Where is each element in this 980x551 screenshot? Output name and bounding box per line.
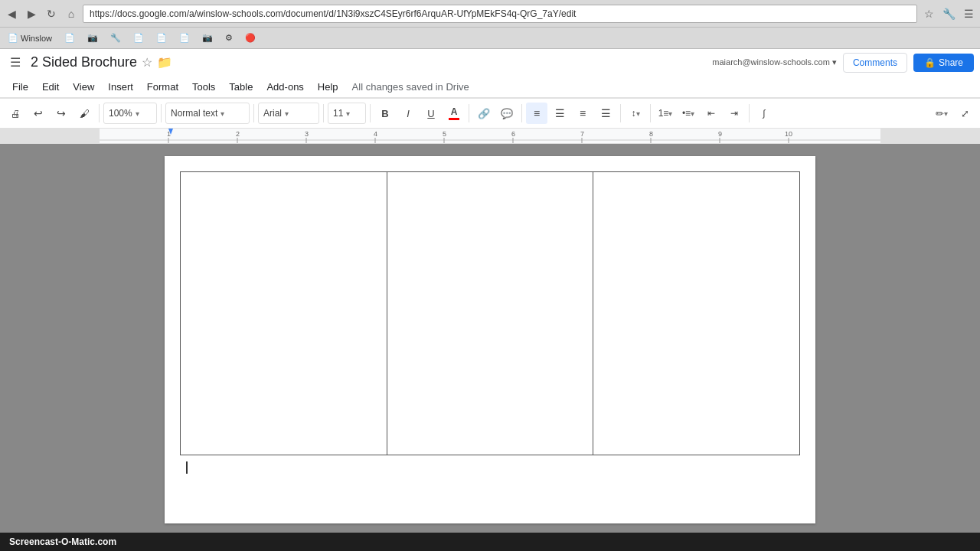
document-page[interactable] — [165, 156, 815, 523]
share-label: Share — [939, 57, 963, 68]
align-left-button[interactable]: ≡ — [526, 103, 547, 124]
increase-indent-button[interactable]: ⇥ — [724, 103, 745, 124]
align-justify-button[interactable]: ☰ — [595, 103, 616, 124]
svg-text:7: 7 — [580, 130, 584, 138]
zoom-dropdown[interactable]: 100% ▾ — [103, 103, 157, 124]
formula-button[interactable]: ∫ — [753, 103, 775, 124]
back-button[interactable]: ◀ — [3, 5, 20, 22]
browser-actions: ☆ 🔧 ☰ — [920, 5, 977, 22]
menu-insert[interactable]: Insert — [102, 79, 139, 95]
align-center-button[interactable]: ☰ — [549, 103, 570, 124]
line-spacing-chevron: ▾ — [636, 109, 640, 118]
bold-icon: B — [381, 108, 388, 119]
text-style-dropdown[interactable]: Normal text ▾ — [165, 103, 250, 124]
comments-button[interactable]: Comments — [843, 53, 907, 73]
table-cell-3[interactable] — [593, 172, 800, 455]
undo-icon: ↩ — [34, 107, 43, 119]
menu-view[interactable]: View — [67, 79, 100, 95]
table-cell-2[interactable] — [387, 172, 593, 455]
italic-icon: I — [407, 108, 410, 119]
paint-format-button[interactable]: 🖌 — [74, 103, 95, 124]
bold-button[interactable]: B — [374, 103, 396, 124]
menu-help[interactable]: Help — [312, 79, 345, 95]
numbered-list-icon: 1≡ — [658, 108, 669, 119]
align-right-button[interactable]: ≡ — [572, 103, 593, 124]
ruler: 1 2 3 4 5 6 7 8 9 10 — [0, 129, 980, 144]
edit-mode-button[interactable]: ✏ ▾ — [931, 103, 952, 124]
font-chevron: ▾ — [285, 109, 289, 118]
user-email[interactable]: maiarch@winslow-schools.com ▾ — [712, 57, 837, 67]
left-sidebar — [0, 144, 100, 533]
menu-addons[interactable]: Add-ons — [260, 79, 309, 95]
font-size-value: 11 — [333, 108, 343, 119]
undo-button[interactable]: ↩ — [28, 103, 49, 124]
edit-mode-chevron: ▾ — [944, 109, 948, 118]
numbered-list-button[interactable]: 1≡ ▾ — [655, 103, 676, 124]
comment-icon: 💬 — [501, 108, 513, 119]
bookmark-item-7[interactable]: 📄 — [175, 31, 194, 46]
home-button[interactable]: ⌂ — [63, 5, 80, 22]
bookmark-item-2[interactable]: 📄 — [60, 31, 80, 46]
italic-button[interactable]: I — [397, 103, 419, 124]
redo-button[interactable]: ↪ — [51, 103, 72, 124]
menu-edit[interactable]: Edit — [36, 79, 65, 95]
page-area[interactable] — [100, 144, 880, 533]
svg-text:9: 9 — [718, 130, 722, 138]
svg-text:10: 10 — [785, 130, 792, 138]
text-cursor — [186, 461, 188, 474]
doc-title: 2 Sided Brochure — [31, 54, 137, 70]
bookmark-item-3[interactable]: 📷 — [83, 31, 103, 46]
bookmark-item-9[interactable]: ⚙ — [220, 31, 237, 46]
bookmark-item-6[interactable]: 📄 — [152, 31, 172, 46]
svg-text:3: 3 — [305, 130, 309, 138]
bookmark-item-10[interactable]: 🔴 — [240, 31, 260, 46]
menu-table[interactable]: Table — [223, 79, 259, 95]
bottom-bar: Screencast-O-Matic.com — [0, 533, 980, 551]
font-dropdown[interactable]: Arial ▾ — [258, 103, 319, 124]
bookmark-item-1[interactable]: 📄Winslow — [3, 31, 57, 46]
separator-5 — [370, 104, 371, 122]
font-size-dropdown[interactable]: 11 ▾ — [328, 103, 366, 124]
decrease-indent-icon: ⇤ — [707, 108, 715, 119]
decrease-indent-button[interactable]: ⇤ — [701, 103, 722, 124]
svg-text:4: 4 — [374, 130, 377, 138]
comment-button[interactable]: 💬 — [496, 103, 518, 124]
sidebar-toggle-button[interactable]: ☰ — [6, 54, 24, 72]
link-button[interactable]: 🔗 — [473, 103, 495, 124]
bookmark-item-4[interactable]: 🔧 — [106, 31, 126, 46]
align-justify-icon: ☰ — [601, 107, 611, 119]
star-icon[interactable]: ☆ — [142, 55, 152, 70]
bookmark-star-button[interactable]: ☆ — [920, 5, 937, 22]
forward-button[interactable]: ▶ — [23, 5, 40, 22]
zoom-value: 100% — [109, 108, 132, 119]
document-table[interactable] — [180, 171, 800, 455]
browser-frame: ◀ ▶ ↻ ⌂ https://docs.google.com/a/winslo… — [0, 0, 980, 551]
menu-file[interactable]: File — [6, 79, 34, 95]
extensions-button[interactable]: 🔧 — [940, 5, 957, 22]
bookmark-item-8[interactable]: 📷 — [198, 31, 217, 46]
bulleted-list-button[interactable]: •≡ ▾ — [678, 103, 699, 124]
text-color-button[interactable]: A — [443, 103, 465, 124]
menu-format[interactable]: Format — [141, 79, 185, 95]
underline-button[interactable]: U — [420, 103, 442, 124]
line-spacing-button[interactable]: ↕ ▾ — [625, 103, 646, 124]
bookmark-item-5[interactable]: 📄 — [129, 31, 149, 46]
menu-tools[interactable]: Tools — [186, 79, 221, 95]
chrome-menu-button[interactable]: ☰ — [960, 5, 977, 22]
folder-icon[interactable]: 📁 — [157, 55, 172, 70]
url-text: https://docs.google.com/a/winslow-school… — [90, 8, 576, 19]
address-bar[interactable]: https://docs.google.com/a/winslow-school… — [83, 5, 917, 23]
bookmarks-bar: 📄Winslow 📄 📷 🔧 📄 📄 📄 📷 ⚙ 🔴 — [0, 28, 980, 49]
expand-button[interactable]: ⤢ — [954, 103, 975, 124]
print-button[interactable]: 🖨 — [5, 103, 26, 124]
bulleted-list-icon: •≡ — [682, 108, 691, 119]
share-button[interactable]: 🔒 Share — [913, 54, 974, 72]
text-style-value: Normal text — [171, 108, 217, 119]
paint-format-icon: 🖌 — [80, 108, 90, 119]
reload-button[interactable]: ↻ — [43, 5, 60, 22]
pencil-icon: ✏ — [936, 108, 944, 119]
expand-icon: ⤢ — [961, 108, 969, 119]
table-cell-1[interactable] — [181, 172, 387, 455]
separator-10 — [749, 104, 750, 122]
separator-3 — [253, 104, 254, 122]
